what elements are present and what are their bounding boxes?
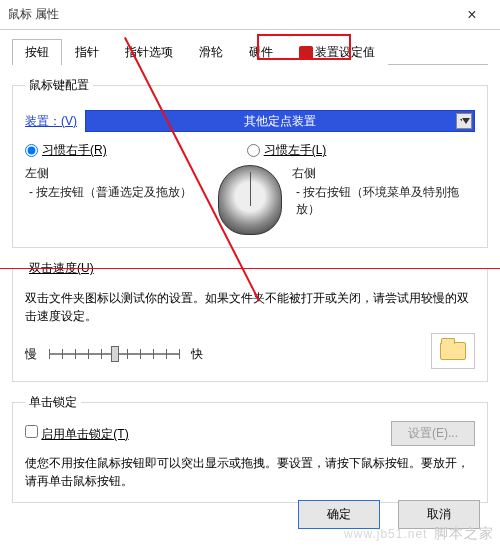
right-side-title: 右侧 [292,165,475,182]
mouse-icon [218,165,282,235]
slider-fast-label: 快 [191,346,203,363]
folder-icon [440,342,466,360]
tab-pointer-options[interactable]: 指针选项 [112,39,186,65]
window-title: 鼠标 属性 [8,6,59,23]
watermark-url: www.jb51.net [344,527,427,541]
right-side-desc: - 按右按钮（环境菜单及特别拖放） [292,184,475,218]
double-click-test-area[interactable] [431,333,475,369]
tab-buttons[interactable]: 按钮 [12,39,62,65]
group-double-click: 双击速度(U) 双击文件夹图标以测试你的设置。如果文件夹不能被打开或关闭，请尝试… [12,260,488,382]
device-select[interactable]: 其他定点装置 [85,110,475,132]
radio-left-handed[interactable]: 习惯左手(L) [247,142,327,159]
watermark-name: 脚本之家 [434,525,494,541]
tab-device-settings-label: 装置设定值 [315,45,375,59]
left-side-desc: - 按左按钮（普通选定及拖放） [25,184,208,201]
radio-left-handed-label: 习惯左手(L) [264,142,327,159]
radio-right-handed-input[interactable] [25,144,38,157]
group-click-lock-title: 单击锁定 [25,394,81,411]
left-side-title: 左侧 [25,165,208,182]
tab-device-settings[interactable]: 装置设定值 [286,39,388,65]
radio-right-handed[interactable]: 习惯右手(R) [25,142,107,159]
tab-wheel[interactable]: 滑轮 [186,39,236,65]
click-lock-settings-button: 设置(E)... [391,421,475,446]
group-button-config-title: 鼠标键配置 [25,77,93,94]
tab-hardware[interactable]: 硬件 [236,39,286,65]
enable-click-lock[interactable]: 启用单击锁定(T) [25,425,129,443]
double-click-desc: 双击文件夹图标以测试你的设置。如果文件夹不能被打开或关闭，请尝试用较慢的双击速度… [25,289,475,325]
synaptics-icon [299,46,313,60]
group-double-click-title: 双击速度(U) [25,260,98,277]
double-click-slider[interactable] [49,344,179,364]
tab-bar: 按钮 指针 指针选项 滑轮 硬件 装置设定值 [12,38,488,65]
enable-click-lock-checkbox[interactable] [25,425,38,438]
slider-slow-label: 慢 [25,346,37,363]
close-button[interactable]: × [452,1,492,29]
enable-click-lock-label: 启用单击锁定(T) [41,427,128,441]
tab-pointer[interactable]: 指针 [62,39,112,65]
device-select-value: 其他定点装置 [244,113,316,130]
group-click-lock: 单击锁定 启用单击锁定(T) 设置(E)... 使您不用按住鼠标按钮即可以突出显… [12,394,488,503]
chevron-down-icon [456,113,472,129]
device-label: 装置：(V) [25,113,77,130]
group-button-config: 鼠标键配置 装置：(V) 其他定点装置 习惯右手(R) 习惯左手(L) 左侧 -… [12,77,488,248]
radio-right-handed-label: 习惯右手(R) [42,142,107,159]
radio-left-handed-input[interactable] [247,144,260,157]
click-lock-desc: 使您不用按住鼠标按钮即可以突出显示或拖拽。要设置，请按下鼠标按钮。要放开，请再单… [25,454,475,490]
watermark: www.jb51.net 脚本之家 [344,520,494,543]
slider-thumb[interactable] [111,346,119,362]
